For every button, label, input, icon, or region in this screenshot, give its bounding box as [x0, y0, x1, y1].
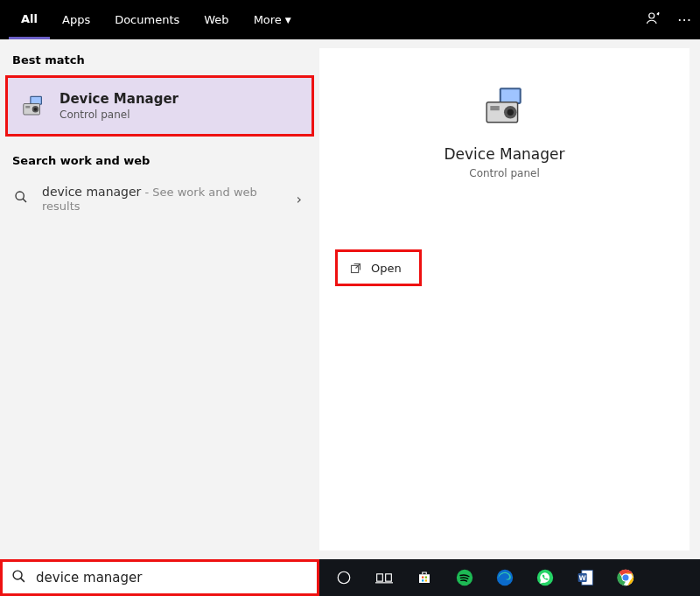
search-icon: [11, 569, 27, 587]
word-icon[interactable]: W: [577, 569, 594, 586]
svg-rect-10: [500, 89, 519, 102]
open-icon: [348, 261, 362, 275]
search-icon: [14, 190, 32, 207]
chevron-down-icon: ▼: [285, 16, 291, 25]
tab-documents[interactable]: Documents: [102, 0, 192, 39]
edge-icon[interactable]: [496, 569, 514, 586]
preview-device-manager-icon: [480, 81, 528, 130]
web-result-text: device manager - See work and web result…: [42, 185, 297, 213]
svg-rect-22: [422, 577, 424, 578]
whatsapp-icon[interactable]: [536, 569, 554, 586]
web-result-query: device manager: [42, 185, 141, 199]
svg-rect-24: [422, 579, 424, 581]
search-input[interactable]: [36, 570, 308, 585]
preview-title: Device Manager: [319, 145, 690, 163]
tab-more-label: More: [254, 13, 282, 26]
svg-rect-20: [386, 574, 392, 581]
search-tabs-bar: All Apps Documents Web More ▼ ⋯: [0, 0, 700, 39]
svg-rect-23: [425, 577, 427, 578]
svg-rect-2: [32, 97, 41, 104]
open-label: Open: [371, 262, 402, 275]
svg-rect-6: [25, 106, 30, 109]
task-view-icon[interactable]: [375, 569, 393, 586]
web-search-result[interactable]: device manager - See work and web result…: [0, 176, 319, 221]
svg-rect-14: [490, 106, 499, 110]
tab-all[interactable]: All: [9, 0, 50, 39]
best-match-title: Device Manager: [60, 91, 178, 107]
preview-subtitle: Control panel: [319, 167, 690, 179]
svg-point-16: [13, 571, 22, 579]
svg-line-17: [21, 578, 24, 581]
section-best-match-label: Best match: [0, 48, 319, 75]
bottom-bar: W: [0, 559, 700, 596]
best-match-result[interactable]: Device Manager Control panel: [5, 75, 314, 137]
svg-point-0: [649, 13, 654, 18]
svg-line-8: [23, 199, 26, 202]
preview-card: Device Manager Control panel Open: [319, 48, 690, 550]
results-column: Best match Device Manager Control panel …: [0, 39, 319, 559]
chevron-right-icon: ›: [297, 191, 302, 207]
svg-point-5: [34, 108, 38, 111]
tab-more[interactable]: More ▼: [242, 0, 304, 39]
search-box[interactable]: [0, 559, 319, 596]
microsoft-store-icon[interactable]: [416, 569, 433, 586]
svg-rect-19: [377, 574, 383, 581]
open-button[interactable]: Open: [335, 249, 422, 286]
svg-point-18: [338, 571, 350, 584]
svg-point-13: [507, 109, 513, 115]
cortana-icon[interactable]: [335, 569, 353, 586]
svg-rect-25: [425, 579, 427, 581]
taskbar: W: [319, 559, 700, 596]
best-match-subtitle: Control panel: [60, 109, 178, 121]
svg-point-35: [623, 575, 629, 581]
tab-web[interactable]: Web: [192, 0, 241, 39]
device-manager-icon: [20, 93, 46, 119]
tab-apps[interactable]: Apps: [50, 0, 102, 39]
svg-point-7: [16, 192, 24, 200]
more-options-icon[interactable]: ⋯: [677, 11, 691, 28]
spotify-icon[interactable]: [456, 569, 473, 586]
svg-text:W: W: [579, 574, 587, 582]
section-work-web-label: Search work and web: [0, 149, 319, 176]
feedback-icon[interactable]: [646, 11, 662, 30]
chrome-icon[interactable]: [617, 569, 634, 586]
preview-column: Device Manager Control panel Open: [319, 39, 700, 559]
